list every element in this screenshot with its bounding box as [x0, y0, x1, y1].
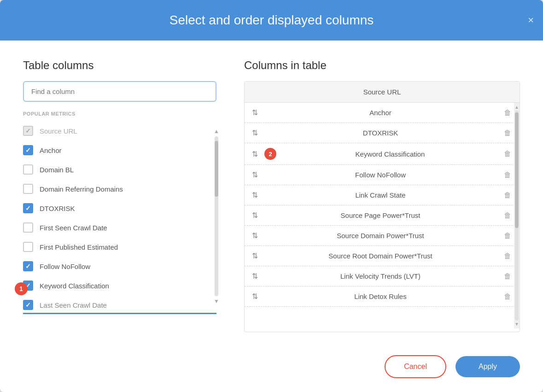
- checkbox-dtoxrisk[interactable]: [23, 203, 33, 213]
- modal-header: Select and order displayed columns ×: [0, 0, 543, 41]
- col-item-dtoxrisk[interactable]: DTOXRISK: [23, 199, 216, 218]
- delete-button-source-page-power[interactable]: 🗑: [501, 211, 514, 221]
- delete-button-dtoxrisk[interactable]: 🗑: [501, 128, 514, 138]
- col-item-domain-referring-domains[interactable]: Domain Referring Domains: [23, 179, 216, 199]
- modal-footer: Cancel Apply: [0, 346, 543, 392]
- table-row: ⇅ Source Page Power*Trust 🗑: [245, 205, 520, 226]
- drag-handle-source-domain-power[interactable]: ⇅: [250, 230, 260, 241]
- column-list: Source URL Anchor Domain BL Domain Refer…: [23, 121, 216, 314]
- right-panel-title: Columns in table: [244, 59, 520, 72]
- drag-handle-source-page-power[interactable]: ⇅: [250, 210, 260, 221]
- table-row: ⇅ Source Root Domain Power*Trust 🗑: [245, 246, 520, 266]
- table-row: ⇅ 2 Keyword Classification 🗑: [245, 143, 520, 165]
- delete-button-source-root-domain-power[interactable]: 🗑: [501, 251, 514, 261]
- search-input[interactable]: [23, 81, 216, 102]
- section-label: POPULAR METRICS: [23, 111, 216, 117]
- checkbox-last-seen-crawl-date[interactable]: [23, 300, 33, 310]
- col-label-domain-bl: Domain BL: [40, 166, 74, 174]
- drag-handle-link-detox-rules[interactable]: ⇅: [250, 291, 260, 302]
- col-item-source-url[interactable]: Source URL: [23, 121, 216, 140]
- checkbox-first-seen-crawl-date[interactable]: [23, 222, 33, 233]
- row-label-anchor: Anchor: [264, 109, 496, 117]
- row-label-source-page-power: Source Page Power*Trust: [264, 211, 496, 219]
- left-panel-title: Table columns: [23, 59, 216, 72]
- badge-1: 1: [15, 282, 28, 295]
- delete-button-anchor[interactable]: 🗑: [501, 108, 514, 118]
- table-row: ⇅ Link Crawl State 🗑: [245, 185, 520, 205]
- col-label-anchor: Anchor: [40, 146, 62, 154]
- checkbox-domain-bl[interactable]: [23, 164, 33, 175]
- row-label-link-detox-rules: Link Detox Rules: [264, 293, 496, 300]
- col-item-first-published-estimated[interactable]: First Published Estimated: [23, 237, 216, 257]
- col-label-source-url: Source URL: [40, 127, 77, 135]
- right-scroll-up[interactable]: ▲: [514, 105, 519, 110]
- drag-handle-anchor[interactable]: ⇅: [250, 107, 260, 118]
- drag-handle-link-crawl-state[interactable]: ⇅: [250, 190, 260, 200]
- col-label-first-published-estimated: First Published Estimated: [40, 243, 118, 251]
- right-scroll-down[interactable]: ▼: [514, 322, 519, 327]
- row-label-follow-nofollow: Follow NoFollow: [264, 171, 496, 179]
- col-item-follow-nofollow[interactable]: Follow NoFollow: [23, 257, 216, 276]
- select-columns-modal: Select and order displayed columns × 1 T…: [0, 0, 543, 392]
- columns-table: Source URL ⇅ Anchor 🗑 ⇅ DTOXRISK 🗑: [244, 81, 520, 332]
- drag-handle-dtoxrisk[interactable]: ⇅: [250, 128, 260, 138]
- drag-handle-source-root-domain-power[interactable]: ⇅: [250, 251, 260, 261]
- badge-2: 2: [264, 148, 276, 160]
- col-label-first-seen-crawl-date: First Seen Crawl Date: [40, 224, 107, 232]
- row-label-dtoxrisk: DTOXRISK: [264, 129, 496, 137]
- col-label-last-seen-crawl-date: Last Seen Crawl Date: [40, 301, 107, 309]
- col-label-follow-nofollow: Follow NoFollow: [40, 263, 90, 270]
- delete-button-source-domain-power[interactable]: 🗑: [501, 231, 514, 241]
- row-label-source-root-domain-power: Source Root Domain Power*Trust: [264, 252, 496, 260]
- table-header: Source URL: [245, 82, 520, 103]
- delete-button-link-crawl-state[interactable]: 🗑: [501, 190, 514, 200]
- col-item-first-seen-crawl-date[interactable]: First Seen Crawl Date: [23, 218, 216, 237]
- col-item-domain-bl[interactable]: Domain BL: [23, 160, 216, 179]
- col-item-keyword-classification[interactable]: Keyword Classification: [23, 276, 216, 295]
- left-scroll-down[interactable]: ▼: [214, 298, 219, 304]
- left-panel: 1 Table columns POPULAR METRICS Source U…: [23, 59, 216, 332]
- table-row: ⇅ Anchor 🗑: [245, 103, 520, 123]
- row-label-keyword-classification: Keyword Classification: [284, 150, 496, 158]
- col-label-keyword-classification: Keyword Classification: [40, 282, 109, 290]
- drag-handle-follow-nofollow[interactable]: ⇅: [250, 170, 260, 180]
- delete-button-follow-nofollow[interactable]: 🗑: [501, 170, 514, 180]
- row-label-source-domain-power: Source Domain Power*Trust: [264, 232, 496, 240]
- right-panel: Columns in table Source URL ⇅ Anchor 🗑 ⇅…: [244, 59, 520, 332]
- col-label-domain-referring-domains: Domain Referring Domains: [40, 185, 123, 193]
- table-body: ⇅ Anchor 🗑 ⇅ DTOXRISK 🗑 ⇅ 2 Keywor: [245, 103, 520, 328]
- checkbox-source-url[interactable]: [23, 126, 33, 136]
- checkbox-first-published-estimated[interactable]: [23, 242, 33, 252]
- col-label-dtoxrisk: DTOXRISK: [40, 205, 75, 212]
- table-row: ⇅ Follow NoFollow 🗑: [245, 165, 520, 185]
- table-row: ⇅ Link Detox Rules 🗑: [245, 287, 520, 307]
- col-item-anchor[interactable]: Anchor: [23, 140, 216, 160]
- drag-handle-keyword-classification[interactable]: ⇅: [250, 149, 260, 159]
- checkbox-follow-nofollow[interactable]: [23, 261, 33, 271]
- delete-button-link-velocity-trends[interactable]: 🗑: [501, 271, 514, 281]
- left-scroll-up[interactable]: ▲: [214, 128, 219, 135]
- checkbox-domain-referring-domains[interactable]: [23, 184, 33, 194]
- delete-button-keyword-classification[interactable]: 🗑: [501, 149, 514, 159]
- row-label-link-velocity-trends: Link Velocity Trends (LVT): [264, 272, 496, 280]
- close-button[interactable]: ×: [528, 14, 534, 26]
- apply-button[interactable]: Apply: [455, 356, 520, 377]
- modal-body: 1 Table columns POPULAR METRICS Source U…: [0, 41, 543, 346]
- table-row: ⇅ DTOXRISK 🗑: [245, 123, 520, 143]
- checkbox-anchor[interactable]: [23, 145, 33, 155]
- col-item-last-seen-crawl-date[interactable]: Last Seen Crawl Date: [23, 295, 216, 314]
- modal-title: Select and order displayed columns: [169, 13, 374, 27]
- cancel-button[interactable]: Cancel: [385, 355, 446, 378]
- delete-button-link-detox-rules[interactable]: 🗑: [501, 292, 514, 302]
- drag-handle-link-velocity-trends[interactable]: ⇅: [250, 271, 260, 281]
- table-row: ⇅ Source Domain Power*Trust 🗑: [245, 226, 520, 246]
- row-label-link-crawl-state: Link Crawl State: [264, 191, 496, 199]
- table-row: ⇅ Link Velocity Trends (LVT) 🗑: [245, 266, 520, 287]
